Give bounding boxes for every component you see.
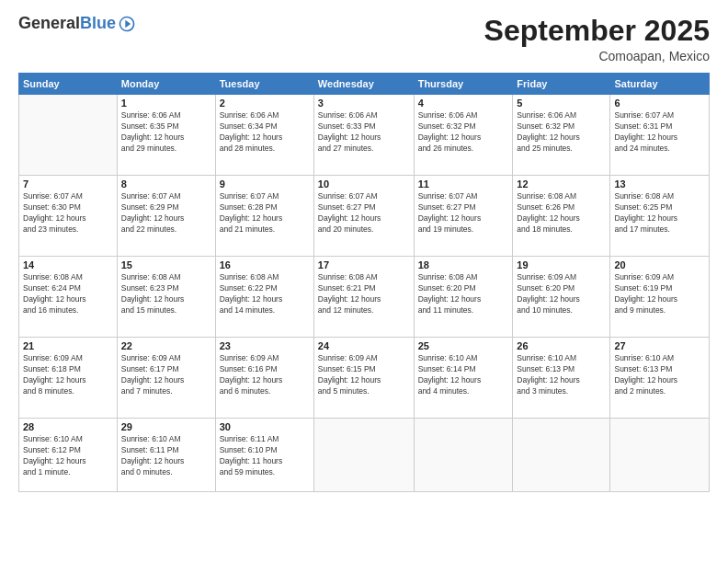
- day-info: Sunrise: 6:06 AMSunset: 6:35 PMDaylight:…: [121, 110, 211, 155]
- calendar-day-header: Thursday: [414, 74, 513, 95]
- calendar-day-cell: 20Sunrise: 6:09 AMSunset: 6:19 PMDayligh…: [610, 257, 710, 338]
- day-number: 1: [121, 98, 211, 109]
- day-info: Sunrise: 6:10 AMSunset: 6:12 PMDaylight:…: [23, 434, 113, 478]
- calendar-day-header: Saturday: [610, 74, 710, 95]
- logo-general: GeneralBlue: [18, 15, 116, 33]
- calendar-day-header: Tuesday: [215, 74, 313, 95]
- calendar-day-cell: 22Sunrise: 6:09 AMSunset: 6:17 PMDayligh…: [117, 338, 215, 419]
- day-number: 21: [23, 340, 113, 351]
- day-number: 13: [614, 178, 705, 190]
- day-number: 6: [614, 98, 705, 109]
- day-info: Sunrise: 6:10 AMSunset: 6:13 PMDaylight:…: [614, 353, 705, 397]
- calendar-day-header: Monday: [117, 74, 215, 95]
- day-number: 27: [614, 340, 705, 351]
- day-number: 15: [121, 259, 211, 270]
- day-info: Sunrise: 6:07 AMSunset: 6:31 PMDaylight:…: [614, 110, 705, 155]
- calendar-day-header: Wednesday: [313, 74, 414, 95]
- day-number: 4: [418, 98, 509, 109]
- day-number: 26: [517, 340, 606, 351]
- day-info: Sunrise: 6:09 AMSunset: 6:18 PMDaylight:…: [23, 353, 113, 397]
- calendar-day-cell: 6Sunrise: 6:07 AMSunset: 6:31 PMDaylight…: [610, 95, 710, 176]
- title-block: September 2025 Comoapan, Mexico: [484, 15, 710, 63]
- day-info: Sunrise: 6:07 AMSunset: 6:27 PMDaylight:…: [418, 191, 509, 236]
- calendar-day-cell: 15Sunrise: 6:08 AMSunset: 6:23 PMDayligh…: [117, 257, 215, 338]
- day-number: 22: [121, 340, 211, 351]
- day-number: 17: [318, 259, 410, 270]
- day-number: 12: [517, 178, 606, 190]
- calendar-day-cell: 4Sunrise: 6:06 AMSunset: 6:32 PMDaylight…: [414, 95, 513, 176]
- calendar-day-cell: 18Sunrise: 6:08 AMSunset: 6:20 PMDayligh…: [414, 257, 513, 338]
- calendar-day-cell: 9Sunrise: 6:07 AMSunset: 6:28 PMDaylight…: [215, 176, 313, 257]
- calendar-day-cell: 30Sunrise: 6:11 AMSunset: 6:10 PMDayligh…: [215, 419, 313, 492]
- day-number: 9: [220, 178, 310, 190]
- calendar-week-row: 7Sunrise: 6:07 AMSunset: 6:30 PMDaylight…: [19, 176, 710, 257]
- day-info: Sunrise: 6:09 AMSunset: 6:19 PMDaylight:…: [614, 272, 705, 316]
- day-number: 23: [220, 340, 310, 351]
- day-number: 11: [418, 178, 509, 190]
- calendar-day-cell: 1Sunrise: 6:06 AMSunset: 6:35 PMDaylight…: [117, 95, 215, 176]
- calendar-day-cell: [414, 419, 513, 492]
- day-number: 24: [318, 340, 410, 351]
- calendar-week-row: 28Sunrise: 6:10 AMSunset: 6:12 PMDayligh…: [19, 419, 710, 492]
- day-number: 28: [23, 421, 113, 432]
- calendar-day-cell: [610, 419, 710, 492]
- day-info: Sunrise: 6:08 AMSunset: 6:21 PMDaylight:…: [318, 272, 410, 316]
- day-info: Sunrise: 6:07 AMSunset: 6:30 PMDaylight:…: [23, 191, 113, 236]
- day-info: Sunrise: 6:09 AMSunset: 6:16 PMDaylight:…: [220, 353, 310, 397]
- calendar-day-cell: 8Sunrise: 6:07 AMSunset: 6:29 PMDaylight…: [117, 176, 215, 257]
- calendar-day-cell: 27Sunrise: 6:10 AMSunset: 6:13 PMDayligh…: [610, 338, 710, 419]
- calendar-day-cell: 24Sunrise: 6:09 AMSunset: 6:15 PMDayligh…: [313, 338, 414, 419]
- calendar-week-row: 1Sunrise: 6:06 AMSunset: 6:35 PMDaylight…: [19, 95, 710, 176]
- day-number: 5: [517, 98, 606, 109]
- day-info: Sunrise: 6:10 AMSunset: 6:14 PMDaylight:…: [418, 353, 509, 397]
- day-number: 10: [318, 178, 410, 190]
- day-number: 18: [418, 259, 509, 270]
- day-number: 8: [121, 178, 211, 190]
- day-number: 2: [220, 98, 310, 109]
- day-number: 7: [23, 178, 113, 190]
- calendar-day-cell: 2Sunrise: 6:06 AMSunset: 6:34 PMDaylight…: [215, 95, 313, 176]
- day-number: 3: [318, 98, 410, 109]
- calendar-day-cell: 7Sunrise: 6:07 AMSunset: 6:30 PMDaylight…: [19, 176, 118, 257]
- calendar-day-cell: 21Sunrise: 6:09 AMSunset: 6:18 PMDayligh…: [19, 338, 118, 419]
- day-info: Sunrise: 6:08 AMSunset: 6:26 PMDaylight:…: [517, 191, 606, 236]
- calendar-day-cell: 3Sunrise: 6:06 AMSunset: 6:33 PMDaylight…: [313, 95, 414, 176]
- day-number: 29: [121, 421, 211, 432]
- calendar-day-cell: 17Sunrise: 6:08 AMSunset: 6:21 PMDayligh…: [313, 257, 414, 338]
- day-info: Sunrise: 6:09 AMSunset: 6:20 PMDaylight:…: [517, 272, 606, 316]
- day-info: Sunrise: 6:08 AMSunset: 6:22 PMDaylight:…: [220, 272, 310, 316]
- day-info: Sunrise: 6:07 AMSunset: 6:28 PMDaylight:…: [220, 191, 310, 236]
- calendar-day-cell: 11Sunrise: 6:07 AMSunset: 6:27 PMDayligh…: [414, 176, 513, 257]
- calendar-day-cell: 5Sunrise: 6:06 AMSunset: 6:32 PMDaylight…: [513, 95, 610, 176]
- calendar-day-cell: 19Sunrise: 6:09 AMSunset: 6:20 PMDayligh…: [513, 257, 610, 338]
- day-info: Sunrise: 6:06 AMSunset: 6:34 PMDaylight:…: [220, 110, 310, 155]
- day-info: Sunrise: 6:07 AMSunset: 6:29 PMDaylight:…: [121, 191, 211, 236]
- day-info: Sunrise: 6:06 AMSunset: 6:32 PMDaylight:…: [418, 110, 509, 155]
- month-title: September 2025: [484, 15, 710, 47]
- calendar-day-cell: 26Sunrise: 6:10 AMSunset: 6:13 PMDayligh…: [513, 338, 610, 419]
- logo-icon: [118, 15, 136, 33]
- day-info: Sunrise: 6:06 AMSunset: 6:33 PMDaylight:…: [318, 110, 410, 155]
- header: GeneralBlue September 2025 Comoapan, Mex…: [18, 15, 710, 63]
- day-number: 20: [614, 259, 705, 270]
- day-number: 25: [418, 340, 509, 351]
- calendar-day-cell: 23Sunrise: 6:09 AMSunset: 6:16 PMDayligh…: [215, 338, 313, 419]
- calendar-day-cell: 13Sunrise: 6:08 AMSunset: 6:25 PMDayligh…: [610, 176, 710, 257]
- calendar-day-cell: 16Sunrise: 6:08 AMSunset: 6:22 PMDayligh…: [215, 257, 313, 338]
- day-info: Sunrise: 6:11 AMSunset: 6:10 PMDaylight:…: [220, 434, 310, 478]
- day-number: 30: [220, 421, 310, 432]
- calendar-day-header: Friday: [513, 74, 610, 95]
- day-info: Sunrise: 6:09 AMSunset: 6:15 PMDaylight:…: [318, 353, 410, 397]
- day-info: Sunrise: 6:07 AMSunset: 6:27 PMDaylight:…: [318, 191, 410, 236]
- calendar-day-cell: [513, 419, 610, 492]
- location-title: Comoapan, Mexico: [484, 49, 710, 63]
- day-number: 19: [517, 259, 606, 270]
- page: GeneralBlue September 2025 Comoapan, Mex…: [0, 0, 728, 563]
- day-info: Sunrise: 6:08 AMSunset: 6:20 PMDaylight:…: [418, 272, 509, 316]
- day-info: Sunrise: 6:06 AMSunset: 6:32 PMDaylight:…: [517, 110, 606, 155]
- day-info: Sunrise: 6:08 AMSunset: 6:23 PMDaylight:…: [121, 272, 211, 316]
- calendar-week-row: 21Sunrise: 6:09 AMSunset: 6:18 PMDayligh…: [19, 338, 710, 419]
- calendar-day-cell: 28Sunrise: 6:10 AMSunset: 6:12 PMDayligh…: [19, 419, 118, 492]
- day-info: Sunrise: 6:09 AMSunset: 6:17 PMDaylight:…: [121, 353, 211, 397]
- calendar-day-cell: [19, 95, 118, 176]
